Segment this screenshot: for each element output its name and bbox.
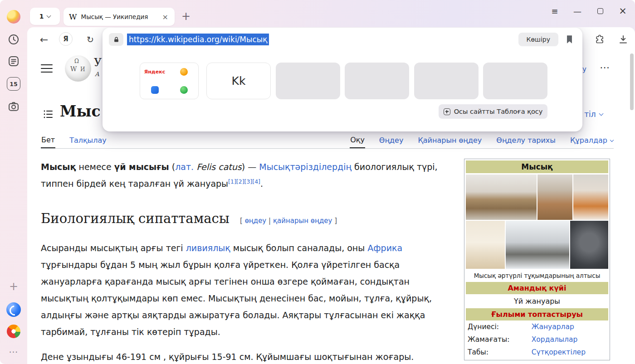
favicon-yandex[interactable]: Яндекс xyxy=(140,63,169,81)
url-input[interactable]: https://kk.wikipedia.org/wiki/Мысық xyxy=(127,34,269,45)
minimize-button[interactable]: — xyxy=(572,6,583,16)
hamburger-icon xyxy=(41,68,53,69)
tab-history[interactable]: Өңделу тарихы xyxy=(496,134,556,148)
reference-link[interactable]: [3] xyxy=(244,178,253,185)
tile-label: Kk xyxy=(232,74,246,87)
tab-tools[interactable]: Құралдар xyxy=(570,134,614,148)
tab-edit-source[interactable]: Қайнарын өңдеу xyxy=(417,134,482,148)
favicon-green-site[interactable] xyxy=(169,81,198,99)
taxonomy-link[interactable]: Сүтқоректілер xyxy=(532,348,586,356)
tablo-tile-empty[interactable] xyxy=(276,63,340,99)
tablo-tile-empty[interactable] xyxy=(414,63,479,99)
text-run: үй мысығы xyxy=(114,162,169,172)
lead-paragraph: Мысық немесе үй мысығы (лат. Felis catus… xyxy=(41,159,453,192)
separator: | xyxy=(269,217,271,225)
close-button[interactable]: × xyxy=(617,5,629,16)
site-security-button[interactable] xyxy=(109,33,123,46)
clock-icon xyxy=(7,33,20,46)
section-heading: Биологиялық сипаттамасы [ өңдеу | қайнар… xyxy=(41,206,453,232)
add-square-icon xyxy=(444,108,450,115)
tab-close-icon[interactable]: × xyxy=(161,13,169,21)
wiki-link[interactable]: Мысықтәрізділердің xyxy=(259,162,352,172)
tablo-tile-kk-wikipedia[interactable]: Kk xyxy=(206,63,271,99)
globe-letter: И xyxy=(80,66,85,73)
wikipedia-tagline-partial: А xyxy=(95,71,99,78)
orange-site-icon xyxy=(180,68,188,76)
tab-wikipedia[interactable]: W Мысық — Уикипедия × xyxy=(64,8,175,26)
reference-link[interactable]: [2] xyxy=(236,178,244,185)
cat-photo-gray-tabby[interactable] xyxy=(506,221,569,269)
tablo-tile-empty[interactable] xyxy=(345,63,409,99)
add-to-tablo-button[interactable]: Осы сайтты Таблоға қосу xyxy=(439,104,547,119)
sidebar-more-button[interactable]: ⋯ xyxy=(9,346,19,357)
wiki-account-link-partial[interactable]: у xyxy=(582,65,586,73)
wiki-more-menu[interactable]: ⋯ xyxy=(600,62,610,73)
profile-avatar[interactable] xyxy=(7,10,20,24)
hamburger-icon xyxy=(41,72,53,73)
bookmark-button[interactable] xyxy=(566,35,573,44)
infobox-title: Мысық xyxy=(466,160,608,173)
browser-menu-button[interactable]: ≡ xyxy=(549,6,561,16)
wiki-link[interactable]: Африка xyxy=(367,243,402,253)
wiki-menu-button[interactable] xyxy=(41,64,53,73)
maximize-button[interactable] xyxy=(594,8,606,14)
article-body: Мысық немесе үй мысығы (лат. Felis catus… xyxy=(41,152,453,364)
wikipedia-favicon: W xyxy=(69,12,77,21)
text-run: Асыранды мысықтың арғы тегі xyxy=(41,243,186,253)
text-run: немесе xyxy=(76,162,114,172)
taxonomy-link[interactable]: Хордалылар xyxy=(532,335,578,344)
tabs-count-button[interactable]: 15 xyxy=(7,77,20,91)
notes-icon xyxy=(7,55,20,68)
tab-talk[interactable]: Талқылау xyxy=(69,134,107,148)
cat-photo-dark-gray[interactable] xyxy=(570,221,608,269)
cat-photos-row1 xyxy=(466,175,608,220)
contents-toggle-button[interactable] xyxy=(43,109,54,121)
taxonomy-label: Табы: xyxy=(468,348,532,356)
edit-link[interactable]: өңдеу xyxy=(245,217,267,225)
favicon-blue-site[interactable] xyxy=(140,81,169,99)
tab-edit[interactable]: Өңдеу xyxy=(379,134,404,148)
cat-photo-siamese[interactable] xyxy=(466,221,505,269)
history-button[interactable] xyxy=(7,33,20,46)
wikipedia-logo[interactable]: Ω W И xyxy=(65,55,91,82)
sidebar-add-button[interactable]: + xyxy=(9,280,18,293)
taxonomy-row: Жамағаты: Хордалылар xyxy=(466,333,608,346)
favicon-orange-site[interactable] xyxy=(169,63,198,81)
feed-button[interactable] xyxy=(7,55,20,68)
tab-title: Мысық — Уикипедия xyxy=(81,13,157,20)
wiki-link[interactable]: лат. xyxy=(175,162,194,172)
cat-photo-white-orange[interactable] xyxy=(573,175,608,220)
camera-icon xyxy=(7,100,20,113)
lock-icon xyxy=(113,36,120,43)
yandex-start-icon[interactable] xyxy=(7,325,20,338)
maximize-icon xyxy=(597,8,603,14)
cat-photo-tabby-lying[interactable] xyxy=(466,175,537,220)
tab-read[interactable]: Оқу xyxy=(350,134,365,148)
infobox-caption: Мысық әртүрлі тұқымдарының алтысы xyxy=(466,269,608,282)
omnibox-dropdown: https://kk.wikipedia.org/wiki/Мысық Көші… xyxy=(103,28,582,131)
tab-counter[interactable]: 1 xyxy=(30,8,60,25)
taxonomy-row: Дүниесі: Жануарлар xyxy=(466,320,608,333)
cat-photo-abyssinian[interactable] xyxy=(537,175,572,220)
copy-url-button[interactable]: Көшіру xyxy=(518,33,558,46)
tab-counter-value: 1 xyxy=(39,13,44,20)
taxonomy-header: Ғылыми топтастыруы xyxy=(466,308,608,320)
taxonomy-label: Дүниесі: xyxy=(468,323,532,331)
taxonomy-link[interactable]: Жануарлар xyxy=(532,323,574,331)
reference-link[interactable]: [1] xyxy=(228,178,236,185)
frequent-sites-group[interactable]: Яндекс xyxy=(140,63,199,99)
globe-letter: W xyxy=(70,65,77,73)
edit-source-link[interactable]: қайнарын өңдеу xyxy=(273,217,332,225)
text-run: Мысық xyxy=(41,162,76,172)
tab-page[interactable]: Бет xyxy=(41,134,55,148)
new-tab-button[interactable]: + xyxy=(181,10,190,23)
paragraph: Дене ұзындығы 46-191 см , құйрығы 15-91 … xyxy=(41,349,453,364)
wiki-link[interactable]: ливиялық xyxy=(186,243,230,253)
screenshot-button[interactable] xyxy=(7,100,20,113)
tablo-tile-empty[interactable] xyxy=(483,63,547,99)
add-to-tablo-label: Осы сайтты Таблоға қосу xyxy=(454,108,543,115)
reference-link[interactable]: [4] xyxy=(252,178,260,185)
article-tabs-left: Бет Талқылау xyxy=(41,134,107,148)
wikipedia-wordmark-partial: У xyxy=(94,56,102,69)
yandex-browser-icon[interactable] xyxy=(6,302,21,317)
